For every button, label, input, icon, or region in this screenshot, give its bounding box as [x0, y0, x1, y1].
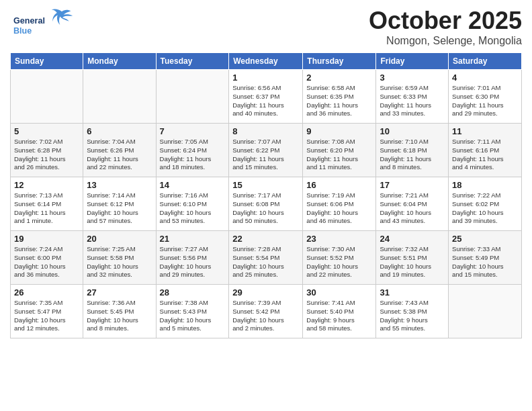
table-row: 24Sunrise: 7:32 AM Sunset: 5:51 PM Dayli…: [376, 231, 449, 285]
day-info: Sunrise: 7:21 AM Sunset: 6:04 PM Dayligh…: [380, 191, 445, 226]
day-number: 3: [380, 73, 445, 83]
day-number: 13: [87, 180, 152, 190]
day-info: Sunrise: 7:19 AM Sunset: 6:06 PM Dayligh…: [306, 191, 372, 226]
day-number: 19: [14, 234, 79, 244]
table-row: 26Sunrise: 7:35 AM Sunset: 5:47 PM Dayli…: [11, 285, 83, 338]
day-number: 25: [452, 234, 518, 244]
calendar-week-row: 26Sunrise: 7:35 AM Sunset: 5:47 PM Dayli…: [11, 285, 522, 338]
header-friday: Friday: [376, 53, 449, 70]
calendar-table: Sunday Monday Tuesday Wednesday Thursday…: [10, 52, 522, 338]
day-number: 18: [452, 180, 518, 190]
calendar-week-row: 12Sunrise: 7:13 AM Sunset: 6:14 PM Dayli…: [11, 177, 522, 231]
table-row: 31Sunrise: 7:43 AM Sunset: 5:38 PM Dayli…: [376, 285, 449, 338]
day-number: 10: [380, 126, 445, 136]
day-info: Sunrise: 7:17 AM Sunset: 6:08 PM Dayligh…: [232, 191, 299, 226]
day-number: 16: [306, 180, 372, 190]
table-row: 25Sunrise: 7:33 AM Sunset: 5:49 PM Dayli…: [449, 231, 522, 285]
table-row: 17Sunrise: 7:21 AM Sunset: 6:04 PM Dayli…: [376, 177, 449, 231]
day-info: Sunrise: 7:25 AM Sunset: 5:58 PM Dayligh…: [87, 245, 152, 279]
day-info: Sunrise: 7:24 AM Sunset: 6:00 PM Dayligh…: [14, 245, 79, 279]
day-number: 26: [14, 287, 79, 298]
day-number: 11: [452, 126, 518, 136]
day-info: Sunrise: 7:28 AM Sunset: 5:54 PM Dayligh…: [232, 245, 299, 279]
day-number: 31: [380, 287, 445, 298]
table-row: 18Sunrise: 7:22 AM Sunset: 6:02 PM Dayli…: [449, 177, 522, 231]
table-row: 2Sunrise: 6:58 AM Sunset: 6:35 PM Daylig…: [303, 70, 376, 124]
day-info: Sunrise: 7:22 AM Sunset: 6:02 PM Dayligh…: [452, 191, 518, 226]
day-info: Sunrise: 7:41 AM Sunset: 5:40 PM Dayligh…: [306, 299, 372, 333]
day-info: Sunrise: 7:16 AM Sunset: 6:10 PM Dayligh…: [160, 191, 226, 226]
day-info: Sunrise: 7:10 AM Sunset: 6:18 PM Dayligh…: [380, 138, 445, 172]
table-row: 14Sunrise: 7:16 AM Sunset: 6:10 PM Dayli…: [156, 177, 229, 231]
day-info: Sunrise: 7:14 AM Sunset: 6:12 PM Dayligh…: [87, 191, 152, 226]
table-row: 5Sunrise: 7:02 AM Sunset: 6:28 PM Daylig…: [11, 124, 83, 177]
day-info: Sunrise: 7:30 AM Sunset: 5:52 PM Dayligh…: [306, 245, 372, 279]
day-number: 2: [306, 73, 372, 83]
table-row: 20Sunrise: 7:25 AM Sunset: 5:58 PM Dayli…: [83, 231, 156, 285]
header-monday: Monday: [83, 53, 156, 70]
table-row: 6Sunrise: 7:04 AM Sunset: 6:26 PM Daylig…: [83, 124, 156, 177]
day-number: 21: [160, 234, 226, 244]
day-info: Sunrise: 7:38 AM Sunset: 5:43 PM Dayligh…: [160, 299, 226, 333]
day-number: 12: [14, 180, 79, 190]
day-info: Sunrise: 7:35 AM Sunset: 5:47 PM Dayligh…: [14, 299, 79, 333]
day-number: 30: [306, 287, 372, 298]
day-number: 22: [232, 234, 299, 244]
header-tuesday: Tuesday: [156, 53, 229, 70]
day-info: Sunrise: 7:11 AM Sunset: 6:16 PM Dayligh…: [452, 138, 518, 172]
day-number: 24: [380, 234, 445, 244]
day-number: 29: [232, 287, 299, 298]
logo-svg: General Blue: [10, 7, 77, 37]
day-number: 28: [160, 287, 226, 298]
table-row: 19Sunrise: 7:24 AM Sunset: 6:00 PM Dayli…: [11, 231, 83, 285]
svg-text:General: General: [13, 16, 45, 26]
table-row: 12Sunrise: 7:13 AM Sunset: 6:14 PM Dayli…: [11, 177, 83, 231]
calendar-week-row: 1Sunrise: 6:56 AM Sunset: 6:37 PM Daylig…: [11, 70, 522, 124]
day-number: 5: [14, 126, 79, 136]
day-number: 20: [87, 234, 152, 244]
day-number: 7: [160, 126, 226, 136]
day-number: 6: [87, 126, 152, 136]
day-number: 17: [380, 180, 445, 190]
calendar-header-row: Sunday Monday Tuesday Wednesday Thursday…: [11, 53, 522, 70]
table-row: [156, 70, 229, 124]
day-info: Sunrise: 7:33 AM Sunset: 5:49 PM Dayligh…: [452, 245, 518, 279]
table-row: 23Sunrise: 7:30 AM Sunset: 5:52 PM Dayli…: [303, 231, 376, 285]
table-row: 9Sunrise: 7:08 AM Sunset: 6:20 PM Daylig…: [303, 124, 376, 177]
table-row: [449, 285, 522, 338]
day-info: Sunrise: 7:27 AM Sunset: 5:56 PM Dayligh…: [160, 245, 226, 279]
day-number: 14: [160, 180, 226, 190]
day-number: 27: [87, 287, 152, 298]
table-row: 22Sunrise: 7:28 AM Sunset: 5:54 PM Dayli…: [229, 231, 303, 285]
calendar-week-row: 5Sunrise: 7:02 AM Sunset: 6:28 PM Daylig…: [11, 124, 522, 177]
header-sunday: Sunday: [11, 53, 83, 70]
table-row: 10Sunrise: 7:10 AM Sunset: 6:18 PM Dayli…: [376, 124, 449, 177]
title-section: October 2025 Nomgon, Selenge, Mongolia: [369, 7, 522, 47]
day-number: 1: [232, 73, 299, 83]
table-row: 11Sunrise: 7:11 AM Sunset: 6:16 PM Dayli…: [449, 124, 522, 177]
table-row: 7Sunrise: 7:05 AM Sunset: 6:24 PM Daylig…: [156, 124, 229, 177]
table-row: 8Sunrise: 7:07 AM Sunset: 6:22 PM Daylig…: [229, 124, 303, 177]
day-number: 15: [232, 180, 299, 190]
table-row: [83, 70, 156, 124]
svg-text:Blue: Blue: [13, 26, 32, 36]
logo: General Blue: [10, 7, 77, 37]
day-info: Sunrise: 7:43 AM Sunset: 5:38 PM Dayligh…: [380, 299, 445, 333]
day-info: Sunrise: 7:36 AM Sunset: 5:45 PM Dayligh…: [87, 299, 152, 333]
day-info: Sunrise: 7:39 AM Sunset: 5:42 PM Dayligh…: [232, 299, 299, 333]
subtitle: Nomgon, Selenge, Mongolia: [369, 35, 522, 47]
day-number: 23: [306, 234, 372, 244]
table-row: 3Sunrise: 6:59 AM Sunset: 6:33 PM Daylig…: [376, 70, 449, 124]
header: General Blue October 2025 Nomgon, Seleng…: [10, 7, 522, 47]
table-row: 30Sunrise: 7:41 AM Sunset: 5:40 PM Dayli…: [303, 285, 376, 338]
day-info: Sunrise: 6:56 AM Sunset: 6:37 PM Dayligh…: [232, 84, 299, 118]
day-number: 4: [452, 73, 518, 83]
table-row: [11, 70, 83, 124]
day-info: Sunrise: 7:04 AM Sunset: 6:26 PM Dayligh…: [87, 138, 152, 172]
table-row: 1Sunrise: 6:56 AM Sunset: 6:37 PM Daylig…: [229, 70, 303, 124]
header-saturday: Saturday: [449, 53, 522, 70]
day-info: Sunrise: 7:05 AM Sunset: 6:24 PM Dayligh…: [160, 138, 226, 172]
day-info: Sunrise: 7:07 AM Sunset: 6:22 PM Dayligh…: [232, 138, 299, 172]
table-row: 13Sunrise: 7:14 AM Sunset: 6:12 PM Dayli…: [83, 177, 156, 231]
header-wednesday: Wednesday: [229, 53, 303, 70]
